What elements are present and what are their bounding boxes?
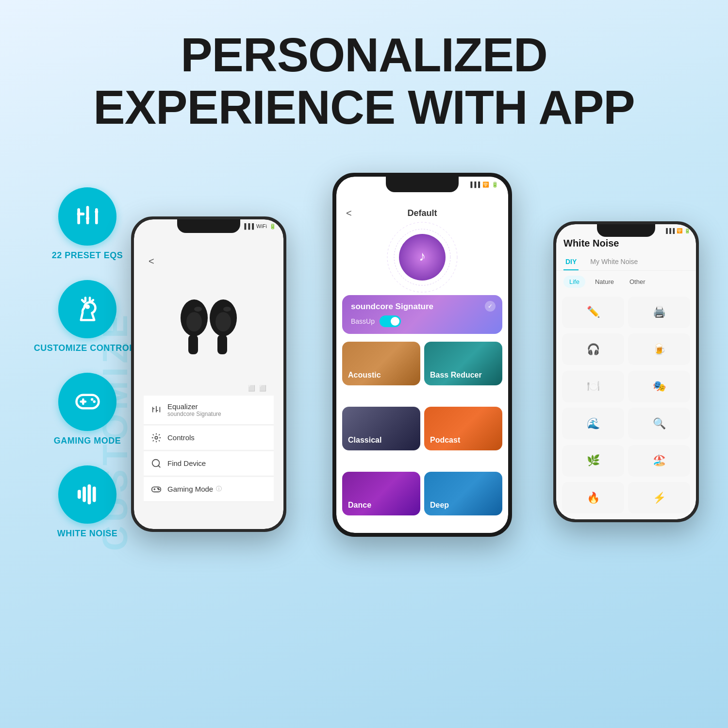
svg-point-6 — [95, 210, 98, 214]
noise-item-7[interactable]: 🔍 — [628, 408, 690, 439]
noise-item-1[interactable]: 🖨️ — [628, 297, 690, 328]
phone-left-screen: ▐▐▐ WiFi 🔋 < — [134, 219, 283, 529]
eq-card-acoustic[interactable]: Acoustic — [342, 342, 420, 385]
feature-label-gaming: GAMING MODE — [54, 436, 121, 446]
noise-icon-4: 🍽️ — [587, 380, 600, 393]
noise-items-grid: ✏️ 🖨️ 🎧 🍺 🍽️ 🎭 — [556, 293, 696, 519]
cat-nature[interactable]: Nature — [589, 276, 620, 288]
eq-card-dance[interactable]: Dance — [342, 472, 420, 515]
noise-item-0[interactable]: ✏️ — [562, 297, 624, 328]
music-rings-svg: ♪ — [383, 221, 461, 294]
left-phone-content: < — [134, 232, 283, 529]
center-nav: < Default — [336, 188, 508, 223]
menu-gaming-row: Gaming Mode ⓘ — [167, 485, 222, 493]
equalizer-icon — [74, 203, 101, 230]
headline-line1: PERSONALIZED — [93, 29, 634, 82]
svg-point-21 — [215, 312, 231, 331]
feature-label-noise: WHITE NOISE — [57, 529, 118, 539]
tab-diy[interactable]: DIY — [563, 254, 579, 270]
headline-line2: EXPERIENCE WITH APP — [93, 82, 634, 134]
feature-customize-controls: CUSTOMIZE CONTROLS — [29, 280, 146, 353]
noise-icon-10: 🔥 — [587, 492, 600, 504]
eq-podcast-label: Podcast — [430, 436, 460, 445]
svg-line-32 — [158, 465, 160, 467]
eq-card-podcast[interactable]: Podcast — [424, 407, 502, 450]
noise-icon-2: 🎧 — [587, 343, 600, 356]
noise-icon-1: 🖨️ — [653, 306, 666, 318]
feature-preset-eqs: 22 PRESET EQS — [29, 187, 146, 261]
phone-left: ▐▐▐ WiFi 🔋 < — [131, 216, 286, 532]
main-content: CUSTOMIZE 22 PRESET EQS — [0, 134, 728, 728]
eq-acoustic-label: Acoustic — [348, 371, 381, 380]
earbuds-svg — [160, 279, 257, 366]
noise-item-4[interactable]: 🍽️ — [562, 371, 624, 402]
noise-icon-7: 🔍 — [653, 417, 666, 430]
white-noise-tabs: DIY My White Noise — [556, 254, 696, 271]
noise-icon-11: ⚡ — [653, 492, 666, 504]
equalizer-menu-icon — [151, 404, 162, 415]
menu-item-eq-text: Equalizer soundcore Signature — [167, 402, 221, 417]
center-signal: ▐▐▐ — [469, 182, 480, 187]
touch-icon — [74, 296, 101, 322]
svg-rect-16 — [92, 487, 96, 502]
menu-eq-subtitle: soundcore Signature — [167, 411, 221, 417]
svg-point-2 — [77, 213, 80, 216]
right-signal: ▐▐▐ — [664, 228, 675, 233]
gaming-info-icon: ⓘ — [216, 485, 222, 493]
music-visual: ♪ — [336, 223, 508, 291]
bassup-label: BassUp — [351, 317, 375, 325]
noise-item-10[interactable]: 🔥 — [562, 482, 624, 513]
signature-card[interactable]: ✓ soundcore Signature BassUp — [342, 295, 502, 334]
wifi-icon: WiFi — [256, 223, 267, 229]
feature-label-eqs: 22 PRESET EQS — [52, 250, 123, 261]
menu-eq-title: Equalizer — [167, 402, 221, 411]
left-nav-back: < — [144, 256, 274, 267]
center-wifi: 🛜 — [482, 182, 489, 188]
noise-item-6[interactable]: 🌊 — [562, 408, 624, 439]
cat-life[interactable]: Life — [563, 276, 585, 288]
waveform-icon — [74, 481, 101, 508]
noise-icon-9: 🏖️ — [653, 454, 666, 467]
feature-circle-eqs — [58, 187, 116, 246]
bassup-toggle[interactable] — [380, 315, 401, 327]
svg-rect-15 — [87, 484, 91, 504]
cat-other[interactable]: Other — [624, 276, 651, 288]
feature-circle-noise — [58, 465, 116, 524]
svg-point-37 — [159, 489, 160, 490]
svg-text:♪: ♪ — [419, 248, 426, 264]
menu-gaming-title: Gaming Mode — [167, 485, 213, 493]
controls-menu-icon — [151, 432, 162, 443]
noise-item-5[interactable]: 🎭 — [628, 371, 690, 402]
eq-card-deep[interactable]: Deep — [424, 472, 502, 515]
eq-bass-label: Bass Reducer — [430, 371, 482, 380]
noise-item-8[interactable]: 🌿 — [562, 445, 624, 477]
eq-card-bass-reducer[interactable]: Bass Reducer — [424, 342, 502, 385]
toggle-knob — [391, 317, 399, 326]
center-back-button[interactable]: < — [346, 208, 352, 219]
center-battery: 🔋 — [492, 182, 498, 188]
phone-right-notch — [597, 224, 655, 237]
eq-card-classical[interactable]: Classical — [342, 407, 420, 450]
noise-item-9[interactable]: 🏖️ — [628, 445, 690, 477]
phone-center: ▐▐▐ 🛜 🔋 < Default — [332, 173, 512, 537]
svg-point-24 — [223, 307, 231, 312]
noise-icon-6: 🌊 — [587, 417, 600, 430]
phones-container: ▐▐▐ WiFi 🔋 < — [146, 158, 699, 644]
noise-item-2[interactable]: 🎧 — [562, 333, 624, 365]
noise-item-11[interactable]: ⚡ — [628, 482, 690, 513]
center-status-icons: ▐▐▐ 🛜 🔋 — [469, 182, 498, 188]
battery-l-icon: ⬜ — [248, 385, 255, 392]
feature-circle-controls — [58, 280, 116, 338]
menu-item-find-device[interactable]: Find Device — [144, 451, 274, 476]
features-column: 22 PRESET EQS CUSTOMIZE CONTROLS — [29, 187, 146, 539]
menu-item-controls[interactable]: Controls — [144, 426, 274, 450]
left-battery: ⬜ — [248, 385, 255, 392]
white-noise-page-title: White Noise — [556, 235, 696, 254]
svg-rect-22 — [217, 335, 227, 354]
back-arrow: < — [149, 256, 154, 267]
menu-item-gaming-mode[interactable]: Gaming Mode ⓘ — [144, 477, 274, 502]
menu-item-equalizer[interactable]: Equalizer soundcore Signature — [144, 396, 274, 425]
right-battery: 🔋 — [684, 228, 690, 233]
noise-item-3[interactable]: 🍺 — [628, 333, 690, 365]
tab-my-white-noise[interactable]: My White Noise — [588, 254, 640, 270]
